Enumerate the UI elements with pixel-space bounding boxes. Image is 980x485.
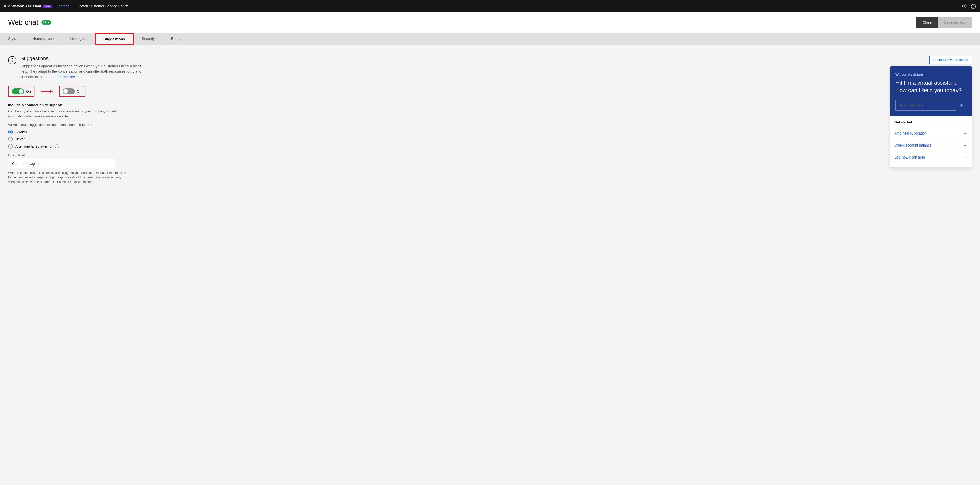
section-description: Suggestions appear as message options wh… (21, 63, 143, 80)
svg-marker-1 (50, 90, 53, 93)
toggle-off-knob (64, 89, 68, 94)
option-label-section: Option label When selected, this text is… (8, 154, 187, 184)
suggestion-item-0[interactable]: Find nearby location → (894, 127, 967, 139)
radio-after-one-circle (8, 144, 13, 149)
radio-after-one-label: After one failed attempt (15, 144, 52, 148)
toggle-off-label: Off (77, 89, 81, 94)
toggle-off[interactable] (63, 88, 75, 94)
brand-area: IBM Watson Assistant Plus (4, 4, 52, 8)
toggle-on-label: On (26, 89, 31, 94)
suggestion-item-1[interactable]: Check account balance → (894, 139, 967, 151)
chat-body: Get started Find nearby location → Check… (890, 116, 972, 168)
watson-label: Watson Assistant (11, 4, 41, 8)
tab-security[interactable]: Security (134, 33, 163, 46)
connection-title: Include a connection to support (8, 103, 187, 107)
suggestion-arrow-0: → (963, 131, 967, 136)
learn-more-link[interactable]: Learn more (57, 75, 75, 79)
plus-badge: Plus (43, 5, 52, 8)
tab-style[interactable]: Style (0, 33, 24, 46)
save-exit-button[interactable]: Save and exit (938, 17, 972, 28)
tabs-bar: Style Home screen Live agent Suggestions… (0, 33, 980, 46)
page-title: Web chat (8, 18, 38, 27)
section-header: ? Suggestions Suggestions appear as mess… (8, 55, 187, 80)
chat-input-row: ➤ (896, 99, 966, 111)
help-icon[interactable]: ⓘ (962, 3, 967, 9)
main-content: ? Suggestions Suggestions appear as mess… (0, 46, 980, 479)
toggles-row: On Off (8, 86, 187, 97)
chat-widget: Watson Assistant Hi! I'm a virtual assis… (890, 66, 972, 168)
option-label-heading: Option label (8, 154, 187, 157)
connection-section: Include a connection to support Can be a… (8, 103, 187, 184)
topbar: IBM Watson Assistant Plus Upgrade | Reta… (0, 0, 980, 12)
refresh-icon: ↻ (965, 58, 968, 62)
restart-conversation-button[interactable]: Restart conversation ↻ (929, 55, 972, 64)
chat-header-title: Watson Assistant (896, 73, 966, 76)
section-title-area: Suggestions Suggestions appear as messag… (21, 55, 143, 80)
arrow-indicator (41, 88, 53, 94)
radio-always[interactable]: Always (8, 130, 187, 134)
toggle-off-wrapper: Off (59, 86, 85, 97)
radio-always-circle (8, 130, 13, 134)
connection-description: Can be any alternative help, such as a l… (8, 109, 131, 119)
chat-header: Watson Assistant Hi! I'm a virtual assis… (890, 67, 972, 116)
upgrade-link[interactable]: Upgrade (56, 4, 70, 8)
toggle-on-knob (19, 89, 23, 94)
bot-name: Retail Customer Service Bot (79, 4, 124, 8)
topbar-icons: ⓘ ◯ (962, 3, 976, 9)
chevron-down-icon (125, 5, 128, 8)
bot-selector[interactable]: Retail Customer Service Bot (79, 4, 128, 8)
header-buttons: Close Save and exit (916, 17, 972, 28)
suggestion-label-2: See how I can help (894, 155, 925, 159)
tab-live-agent[interactable]: Live agent (62, 33, 95, 46)
chat-greeting: Hi! I'm a virtual assistant. How can I h… (896, 79, 966, 94)
content-left: ? Suggestions Suggestions appear as mess… (8, 55, 187, 469)
suggestion-item-2[interactable]: See how I can help → (894, 151, 967, 163)
info-icon[interactable]: i (55, 144, 59, 148)
close-button[interactable]: Close (916, 17, 938, 28)
suggestion-arrow-1: → (963, 143, 967, 147)
get-started-label: Get started (894, 120, 967, 124)
radio-group: Always Never After one failed attempt i (8, 130, 187, 149)
radio-never-label: Never (15, 137, 25, 141)
page-title-area: Web chat Live (8, 18, 51, 27)
chat-type-input[interactable] (896, 100, 956, 111)
tab-embed[interactable]: Embed (163, 33, 191, 46)
user-icon[interactable]: ◯ (971, 3, 976, 9)
toggle-on-wrapper: On (8, 86, 35, 97)
suggestion-label-1: Check account balance (894, 143, 932, 147)
chat-send-button[interactable]: ➤ (956, 99, 966, 111)
tab-home-screen[interactable]: Home screen (24, 33, 62, 46)
page-header: Web chat Live Close Save and exit (0, 12, 980, 33)
ibm-label: IBM (4, 4, 11, 8)
when-question: When should suggestions include connecti… (8, 123, 187, 127)
radio-never-circle (8, 137, 13, 141)
radio-never[interactable]: Never (8, 137, 187, 141)
preview-panel: Restart conversation ↻ Watson Assistant … (890, 55, 972, 469)
option-hint: When selected, this text is sent as a me… (8, 171, 131, 184)
option-label-input[interactable] (8, 159, 116, 168)
section-icon: ? (8, 56, 16, 64)
tab-suggestions[interactable]: Suggestions (95, 33, 134, 46)
section-title: Suggestions (21, 55, 143, 62)
suggestion-arrow-2: → (963, 155, 967, 160)
arrow-icon (41, 88, 53, 94)
radio-after-one[interactable]: After one failed attempt i (8, 144, 187, 149)
live-badge: Live (41, 21, 51, 24)
topbar-divider: | (73, 4, 75, 8)
suggestion-label-0: Find nearby location (894, 131, 927, 135)
radio-always-label: Always (15, 130, 27, 134)
toggle-on[interactable] (12, 88, 24, 94)
